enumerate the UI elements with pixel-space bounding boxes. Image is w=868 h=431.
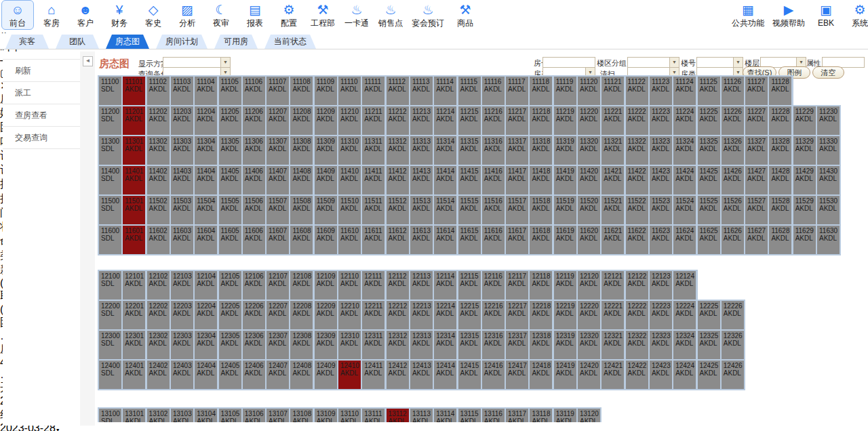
room-cell-11108[interactable]: 11108AKDL	[290, 77, 313, 105]
room-cell-12113[interactable]: 12113AKDL	[410, 271, 433, 300]
room-cell-12319[interactable]: 12319AKDL	[554, 331, 576, 359]
room-cell-11522[interactable]: 11522AKDL	[626, 196, 648, 224]
room-cell-11214[interactable]: 11214AKDL	[434, 106, 456, 135]
room-cell-11304[interactable]: 11304AKDL	[195, 136, 217, 165]
room-cell-12112[interactable]: 12112AKDL	[387, 271, 409, 300]
room-cell-13101[interactable]: 13101AKDL	[123, 409, 145, 422]
room-cell-12201[interactable]: 12201AKDL	[123, 301, 145, 329]
room-cell-11514[interactable]: 11514AKDL	[434, 196, 456, 224]
room-cell-12404[interactable]: 12404AKDL	[195, 361, 217, 389]
room-cell-12402[interactable]: 12402AKDL	[147, 361, 170, 389]
room-cell-12409[interactable]: 12409AKDL	[315, 361, 337, 389]
room-cell-12408[interactable]: 12408AKDL	[290, 361, 313, 389]
room-cell-11328[interactable]: 11328AKDL	[769, 136, 791, 165]
room-cell-11428[interactable]: 11428AKDL	[769, 166, 791, 194]
toolbar-item-front-desk[interactable]: ☺前台	[1, 0, 34, 30]
room-cell-12423[interactable]: 12423AKDL	[650, 361, 672, 389]
room-cell-12225[interactable]: 12225AKDL	[698, 301, 720, 329]
room-cell-11115[interactable]: 11115AKDL	[458, 77, 481, 105]
room-cell-11506[interactable]: 11506AKDL	[243, 196, 265, 224]
room-cell-12105[interactable]: 12105AKDL	[219, 271, 241, 300]
room-cell-11300[interactable]: 11300SDL	[99, 136, 121, 165]
room-cell-12222[interactable]: 12222AKDL	[626, 301, 648, 329]
room-cell-11212[interactable]: 11212AKDL	[387, 106, 409, 135]
room-cell-11327[interactable]: 11327AKDL	[745, 136, 768, 165]
room-cell-11617[interactable]: 11617AKDL	[506, 226, 528, 254]
room-cell-11611[interactable]: 11611AKDL	[362, 226, 384, 254]
room-cell-11330[interactable]: 11330AKDL	[817, 136, 840, 165]
room-cell-11623[interactable]: 11623AKDL	[650, 226, 672, 254]
room-cell-11105[interactable]: 11105AKDL	[219, 77, 241, 105]
room-cell-12411[interactable]: 12411AKDL	[362, 361, 384, 389]
room-cell-12303[interactable]: 12303AKDL	[171, 331, 193, 359]
room-cell-11210[interactable]: 11210AKDL	[338, 106, 361, 135]
room-cell-11104[interactable]: 11104AKDL	[195, 77, 217, 105]
toolbar-item-finance[interactable]: ¥财务	[103, 0, 136, 30]
room-cell-11630[interactable]: 11630AKDL	[817, 226, 840, 254]
room-cell-11424[interactable]: 11424AKDL	[673, 166, 696, 194]
room-cell-12100[interactable]: 12100SDL	[99, 271, 121, 300]
room-cell-11112[interactable]: 11112AKDL	[387, 77, 409, 105]
room-cell-12311[interactable]: 12311AKDL	[362, 331, 384, 359]
room-cell-13112[interactable]: 13112AKDL	[387, 409, 409, 422]
room-cell-13111[interactable]: 13111AKDL	[362, 409, 384, 422]
room-cell-12407[interactable]: 12407AKDL	[267, 361, 289, 389]
room-cell-11529[interactable]: 11529AKDL	[793, 196, 816, 224]
room-cell-12206[interactable]: 12206AKDL	[243, 301, 265, 329]
toolbar-item-rooms[interactable]: ⌂客房	[35, 0, 68, 30]
room-cell-11615[interactable]: 11615AKDL	[458, 226, 481, 254]
room-cell-11103[interactable]: 11103AKDL	[171, 77, 193, 105]
room-cell-11609[interactable]: 11609AKDL	[315, 226, 337, 254]
room-cell-11319[interactable]: 11319AKDL	[554, 136, 576, 165]
room-cell-11426[interactable]: 11426AKDL	[722, 166, 744, 194]
room-cell-12306[interactable]: 12306AKDL	[243, 331, 265, 359]
room-cell-11303[interactable]: 11303AKDL	[171, 136, 193, 165]
room-cell-11521[interactable]: 11521AKDL	[601, 196, 624, 224]
room-cell-11405[interactable]: 11405AKDL	[219, 166, 241, 194]
room-cell-11629[interactable]: 11629AKDL	[793, 226, 816, 254]
room-cell-12226[interactable]: 12226AKDL	[722, 301, 744, 329]
room-cell-11322[interactable]: 11322AKDL	[626, 136, 648, 165]
room-cell-12119[interactable]: 12119AKDL	[554, 271, 576, 300]
room-cell-12110[interactable]: 12110AKDL	[338, 271, 361, 300]
room-cell-12109[interactable]: 12109AKDL	[315, 271, 337, 300]
room-cell-11604[interactable]: 11604AKDL	[195, 226, 217, 254]
room-cell-11419[interactable]: 11419AKDL	[554, 166, 576, 194]
toolbar-item-analysis[interactable]: ▨分析	[171, 0, 203, 30]
room-cell-13106[interactable]: 13106AKDL	[243, 409, 265, 422]
room-cell-12414[interactable]: 12414AKDL	[434, 361, 456, 389]
room-cell-11224[interactable]: 11224AKDL	[673, 106, 696, 135]
room-cell-12121[interactable]: 12121AKDL	[601, 271, 624, 300]
room-cell-11114[interactable]: 11114AKDL	[434, 77, 456, 105]
room-cell-11528[interactable]: 11528AKDL	[769, 196, 791, 224]
room-cell-12120[interactable]: 12120AKDL	[578, 271, 600, 300]
room-cell-11600[interactable]: 11600SDL	[99, 226, 121, 254]
room-cell-12214[interactable]: 12214AKDL	[434, 301, 456, 329]
sidebar-collapse-button[interactable]: ◄	[83, 56, 93, 66]
room-cell-11205[interactable]: 11205AKDL	[219, 106, 241, 135]
room-cell-11612[interactable]: 11612AKDL	[387, 226, 409, 254]
room-cell-11406[interactable]: 11406AKDL	[243, 166, 265, 194]
room-cell-11510[interactable]: 11510AKDL	[338, 196, 361, 224]
room-cell-11418[interactable]: 11418AKDL	[530, 166, 552, 194]
room-cell-12410[interactable]: 12410AKDL	[338, 361, 361, 389]
room-cell-11401[interactable]: 11401AKDL	[123, 166, 145, 194]
room-cell-12218[interactable]: 12218AKDL	[530, 301, 552, 329]
room-cell-11613[interactable]: 11613AKDL	[410, 226, 433, 254]
room-cell-13115[interactable]: 13115AKDL	[458, 409, 481, 422]
room-cell-11211[interactable]: 11211AKDL	[362, 106, 384, 135]
toolbar-item-reports[interactable]: ▤报表	[239, 0, 271, 30]
room-cell-12108[interactable]: 12108AKDL	[290, 271, 313, 300]
room-cell-12406[interactable]: 12406AKDL	[243, 361, 265, 389]
room-cell-12413[interactable]: 12413AKDL	[410, 361, 433, 389]
room-cell-11414[interactable]: 11414AKDL	[434, 166, 456, 194]
room-cell-11100[interactable]: 11100SDL	[99, 77, 121, 105]
room-cell-11317[interactable]: 11317AKDL	[506, 136, 528, 165]
room-cell-11329[interactable]: 11329AKDL	[793, 136, 816, 165]
toolbar-item-goods[interactable]: ⚒商品	[449, 0, 481, 30]
room-cell-12326[interactable]: 12326AKDL	[722, 331, 744, 359]
room-cell-11102[interactable]: 11102AKDL	[147, 77, 170, 105]
room-cell-11407[interactable]: 11407AKDL	[267, 166, 289, 194]
room-cell-12323[interactable]: 12323AKDL	[650, 331, 672, 359]
room-cell-11607[interactable]: 11607AKDL	[267, 226, 289, 254]
